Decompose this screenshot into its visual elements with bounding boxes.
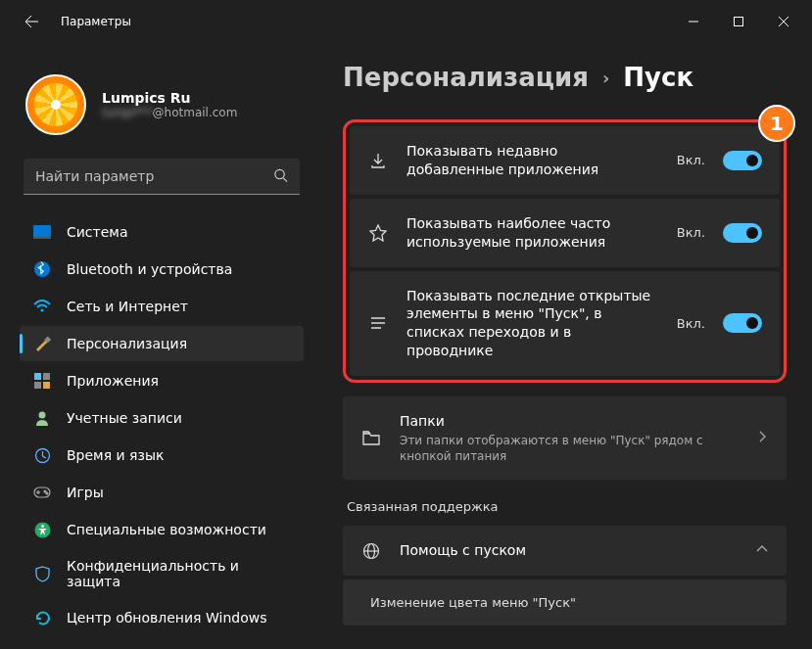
highlighted-group: 1 Показывать недавно добавленные приложе… xyxy=(343,119,787,383)
toggle-switch[interactable] xyxy=(723,151,762,170)
profile-block[interactable]: Lumpics Ru lumpi***@hotmail.com xyxy=(20,51,304,155)
minimize-button[interactable] xyxy=(671,6,716,37)
chevron-right-icon: › xyxy=(602,68,609,88)
settings-window: Параметры Lumpics Ru lumpi***@hotmail.co… xyxy=(0,0,812,649)
help-start[interactable]: Помощь с пуском xyxy=(343,526,787,576)
nav-list: Система Bluetooth и устройства Сеть и Ин… xyxy=(20,214,304,635)
download-icon xyxy=(367,152,389,169)
search-box[interactable] xyxy=(24,159,300,195)
nav-accounts[interactable]: Учетные записи xyxy=(20,400,304,436)
person-icon xyxy=(33,409,51,427)
svg-rect-1 xyxy=(735,18,743,26)
star-icon xyxy=(367,224,389,242)
svg-rect-14 xyxy=(43,382,50,389)
main-content: Персонализация › Пуск 1 Показывать недав… xyxy=(313,43,812,649)
svg-rect-11 xyxy=(34,373,41,380)
toggle-most-used: Показывать наиболее часто используемые п… xyxy=(350,199,780,267)
svg-point-9 xyxy=(41,309,44,312)
svg-point-23 xyxy=(41,525,44,528)
nav-windows-update[interactable]: Центр обновления Windows xyxy=(20,600,304,635)
chevron-right-icon xyxy=(755,429,769,447)
breadcrumb-current: Пуск xyxy=(623,63,693,92)
nav-bluetooth[interactable]: Bluetooth и устройства xyxy=(20,252,304,287)
nav-apps[interactable]: Приложения xyxy=(20,363,304,398)
titlebar: Параметры xyxy=(0,0,812,43)
nav-gaming[interactable]: Игры xyxy=(20,475,304,510)
help-sub-item[interactable]: Изменение цвета меню "Пуск" xyxy=(343,579,787,626)
paintbrush-icon xyxy=(33,335,51,352)
bluetooth-icon xyxy=(33,260,51,278)
svg-point-4 xyxy=(275,169,284,178)
svg-point-20 xyxy=(44,490,46,492)
toggle-recent-apps: Показывать недавно добавленные приложени… xyxy=(350,126,780,195)
wifi-icon xyxy=(33,298,51,315)
avatar xyxy=(25,74,86,135)
search-input[interactable] xyxy=(24,159,300,195)
nav-privacy[interactable]: Конфиденциальность и защита xyxy=(20,549,304,598)
folder-icon xyxy=(360,431,382,445)
app-title: Параметры xyxy=(61,15,671,28)
globe-icon xyxy=(360,542,382,560)
back-button[interactable] xyxy=(16,6,47,37)
close-button[interactable] xyxy=(761,6,806,37)
nav-personalization[interactable]: Персонализация xyxy=(20,326,304,361)
sidebar: Lumpics Ru lumpi***@hotmail.com Система … xyxy=(0,43,313,649)
toggle-switch[interactable] xyxy=(723,223,762,243)
nav-time-language[interactable]: Время и язык xyxy=(20,438,304,473)
shield-icon xyxy=(33,565,51,582)
svg-point-21 xyxy=(46,492,48,494)
nav-accessibility[interactable]: Специальные возможности xyxy=(20,512,304,547)
svg-rect-6 xyxy=(33,225,51,237)
svg-rect-7 xyxy=(33,237,51,239)
nav-system[interactable]: Система xyxy=(20,214,304,250)
toggle-switch[interactable] xyxy=(723,313,762,333)
profile-name: Lumpics Ru xyxy=(102,90,237,106)
list-icon xyxy=(367,316,389,330)
apps-icon xyxy=(33,372,51,390)
toggle-recent-items: Показывать последние открытые элементы в… xyxy=(350,271,780,377)
svg-rect-13 xyxy=(34,382,41,389)
support-section-title: Связанная поддержка xyxy=(347,499,787,514)
maximize-button[interactable] xyxy=(716,6,761,37)
nav-network[interactable]: Сеть и Интернет xyxy=(20,289,304,324)
update-icon xyxy=(33,609,51,626)
accessibility-icon xyxy=(33,521,51,538)
breadcrumb: Персонализация › Пуск xyxy=(343,63,787,92)
clock-globe-icon xyxy=(33,446,51,464)
profile-email: lumpi***@hotmail.com xyxy=(102,106,237,119)
gamepad-icon xyxy=(33,484,51,501)
system-icon xyxy=(33,223,51,241)
window-controls xyxy=(671,6,806,37)
annotation-badge: 1 xyxy=(758,105,795,142)
breadcrumb-parent[interactable]: Персонализация xyxy=(343,63,589,92)
chevron-up-icon xyxy=(755,541,769,560)
folders-setting[interactable]: Папки Эти папки отображаются в меню "Пус… xyxy=(343,396,787,480)
search-icon xyxy=(273,167,288,186)
svg-line-5 xyxy=(283,177,287,181)
svg-point-15 xyxy=(39,412,46,419)
svg-rect-12 xyxy=(43,373,50,380)
